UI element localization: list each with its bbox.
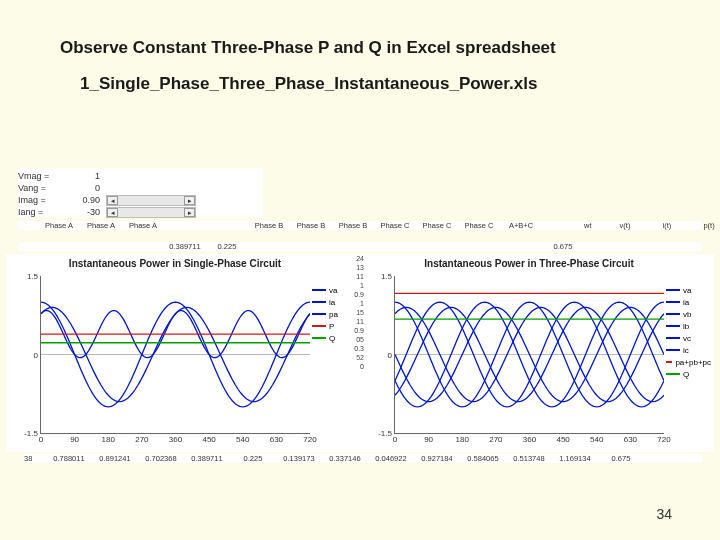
x-tick: 270 [489, 433, 502, 444]
strip-value: 0.3 [348, 344, 364, 353]
strip-value: 0.9 [348, 326, 364, 335]
legend-item: ib [666, 320, 711, 332]
x-tick: 270 [135, 433, 148, 444]
data-cell [248, 242, 290, 251]
legend-swatch [312, 289, 326, 291]
data-cell: 0.584065 [460, 454, 506, 463]
x-tick: 540 [236, 433, 249, 444]
legend-label: pa+pb+pc [675, 358, 711, 367]
header-cell: i(t) [646, 221, 688, 230]
legend-swatch [666, 313, 680, 315]
data-cell: 0.891241 [92, 454, 138, 463]
data-cell: 0.225 [230, 454, 276, 463]
x-tick: 630 [270, 433, 283, 444]
strip-value: 0.9 [348, 290, 364, 299]
data-cell [500, 242, 542, 251]
control-row: Vang =0 [18, 182, 263, 194]
data-cell [416, 242, 458, 251]
page-subtitle: 1_Single_Phase_Three_Phase_Instantaneous… [80, 74, 680, 94]
arrow-right-icon[interactable]: ▸ [184, 196, 195, 205]
x-tick: 630 [624, 433, 637, 444]
legend-item: va [666, 284, 711, 296]
strip-value: 11 [348, 272, 364, 281]
data-cell: 0.046922 [368, 454, 414, 463]
control-value: 1 [68, 171, 100, 181]
value-scroller[interactable]: ◂▸ [106, 195, 196, 206]
plot-single: -1.501.5090180270360450540630720 [40, 276, 310, 434]
data-cell: 0.225 [206, 242, 248, 251]
control-label: Iang = [18, 207, 62, 217]
header-cell: Phase C [458, 221, 500, 230]
header-cell: Phase C [374, 221, 416, 230]
x-tick: 90 [424, 433, 433, 444]
control-value: 0.90 [68, 195, 100, 205]
legend-label: vb [683, 310, 691, 319]
arrow-left-icon[interactable]: ◂ [107, 196, 118, 205]
strip-value: 11 [348, 317, 364, 326]
legend-item: vb [666, 308, 711, 320]
header-cell: wt [584, 221, 604, 230]
data-cell [374, 242, 416, 251]
legend-label: vc [683, 334, 691, 343]
data-cell [18, 242, 38, 251]
x-tick: 180 [102, 433, 115, 444]
legend-three: vaiavbibvcicpa+pb+pcQ [666, 284, 711, 380]
strip-value: 13 [348, 263, 364, 272]
data-cell: 0.927184 [414, 454, 460, 463]
y-tick: 0 [388, 350, 395, 359]
x-tick: 0 [39, 433, 43, 444]
x-tick: 450 [556, 433, 569, 444]
data-cell [80, 242, 122, 251]
legend-swatch [666, 325, 680, 327]
plot-three: -1.501.5090180270360450540630720 [394, 276, 664, 434]
legend-swatch [312, 325, 326, 327]
legend-swatch [666, 337, 680, 339]
legend-label: va [329, 286, 337, 295]
legend-label: ia [683, 298, 689, 307]
arrow-right-icon[interactable]: ▸ [184, 208, 195, 217]
header-cell: A+B+C [500, 221, 542, 230]
strip-value: 15 [348, 308, 364, 317]
value-scroller[interactable]: ◂▸ [106, 207, 196, 218]
strip-value: 0 [348, 362, 364, 371]
y-tick: 1.5 [27, 272, 41, 281]
chart-three-phase: Instantaneous Power in Three-Phase Circu… [360, 254, 714, 452]
legend-label: ia [329, 298, 335, 307]
control-label: Imag = [18, 195, 62, 205]
strip-value: 1 [348, 281, 364, 290]
data-cell [332, 242, 374, 251]
data-cell: 0.675 [598, 454, 644, 463]
header-cell [164, 221, 206, 230]
header-cell: Phase B [248, 221, 290, 230]
legend-item: Q [666, 368, 711, 380]
column-headers: Phase APhase APhase APhase BPhase BPhase… [18, 221, 702, 230]
data-cell: 1.169134 [552, 454, 598, 463]
header-cell: Phase B [290, 221, 332, 230]
data-row-bottom: 380.7880110.8912410.7023680.3897110.2250… [24, 454, 702, 463]
legend-swatch [312, 301, 326, 303]
header-cell: v(t) [604, 221, 646, 230]
legend-swatch [666, 361, 672, 363]
header-cell: Phase A [122, 221, 164, 230]
data-cell [290, 242, 332, 251]
data-cell: 0.788011 [46, 454, 92, 463]
header-cell [542, 221, 584, 230]
legend-label: Q [683, 370, 689, 379]
control-row: Imag =0.90◂▸ [18, 194, 263, 206]
data-cell: 0.337146 [322, 454, 368, 463]
header-cell: Phase A [38, 221, 80, 230]
x-tick: 90 [70, 433, 79, 444]
arrow-left-icon[interactable]: ◂ [107, 208, 118, 217]
legend-label: ib [683, 322, 689, 331]
data-row-preview: 0.3897110.2250.675 [18, 242, 702, 251]
legend-swatch [312, 313, 326, 315]
page-title: Observe Constant Three-Phase P and Q in … [60, 38, 680, 58]
chart-title: Instantaneous Power in Single-Phase Circ… [40, 258, 310, 276]
data-cell [38, 242, 80, 251]
legend-label: Q [329, 334, 335, 343]
header-cell: Phase B [332, 221, 374, 230]
x-tick: 360 [523, 433, 536, 444]
legend-item: ic [666, 344, 711, 356]
data-cell: 0.513748 [506, 454, 552, 463]
data-cell: 0.139173 [276, 454, 322, 463]
